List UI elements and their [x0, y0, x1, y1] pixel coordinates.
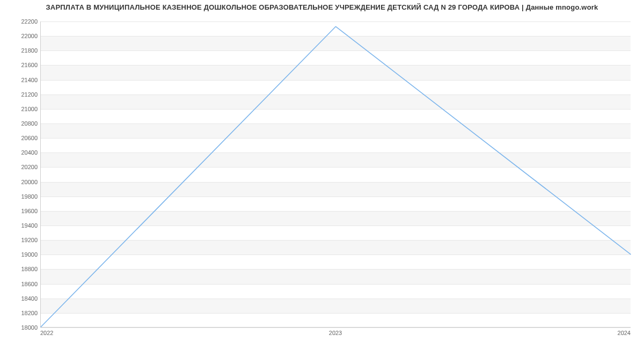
y-tick-label: 19000 [5, 251, 38, 258]
y-tick-label: 18400 [5, 295, 38, 302]
y-tick-label: 20000 [5, 179, 38, 185]
data-line [41, 21, 631, 327]
grid-line [41, 328, 631, 328]
y-tick-label: 21600 [5, 62, 38, 68]
y-tick-label: 19200 [5, 237, 38, 243]
y-tick-label: 18200 [5, 310, 38, 316]
salary-line-chart: ЗАРПЛАТА В МУНИЦИПАЛЬНОЕ КАЗЕННОЕ ДОШКОЛ… [0, 0, 644, 349]
y-tick-label: 21400 [5, 77, 38, 83]
y-tick-label: 22200 [5, 18, 38, 25]
y-tick-label: 19600 [5, 208, 38, 214]
x-tick-label: 2022 [40, 330, 53, 336]
plot-area [40, 21, 631, 328]
x-tick-label: 2023 [329, 330, 342, 336]
y-tick-label: 20200 [5, 164, 38, 170]
y-tick-label: 21000 [5, 106, 38, 112]
y-tick-label: 22000 [5, 33, 38, 39]
x-tick-label: 2024 [618, 330, 631, 336]
y-tick-label: 19400 [5, 222, 38, 229]
y-tick-label: 18000 [5, 324, 38, 331]
y-tick-label: 21800 [5, 47, 38, 54]
chart-title: ЗАРПЛАТА В МУНИЦИПАЛЬНОЕ КАЗЕННОЕ ДОШКОЛ… [0, 3, 644, 11]
y-tick-label: 20800 [5, 120, 38, 127]
y-tick-label: 21200 [5, 91, 38, 98]
y-tick-label: 20400 [5, 149, 38, 156]
y-tick-label: 19800 [5, 193, 38, 200]
y-tick-label: 20600 [5, 135, 38, 141]
y-tick-label: 18600 [5, 281, 38, 287]
y-tick-label: 18800 [5, 266, 38, 272]
